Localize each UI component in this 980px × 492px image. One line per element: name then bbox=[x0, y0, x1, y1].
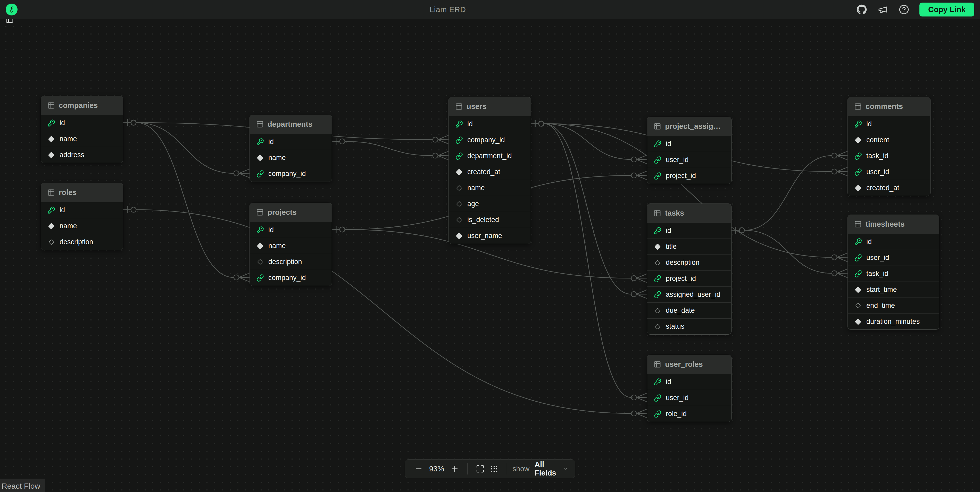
column-row-tasks-assigned_user_id[interactable]: assigned_user_id bbox=[647, 286, 731, 302]
fit-view-icon[interactable] bbox=[473, 465, 487, 473]
table-node-timesheets[interactable]: timesheetsiduser_idtask_idstart_timeend_… bbox=[848, 214, 939, 330]
column-row-users-is_deleted[interactable]: is_deleted bbox=[449, 212, 531, 228]
column-row-comments-created_at[interactable]: created_at bbox=[848, 180, 930, 196]
table-icon bbox=[854, 103, 862, 111]
column-row-companies-address[interactable]: address bbox=[41, 147, 123, 163]
column-row-departments-name[interactable]: name bbox=[250, 150, 332, 166]
column-row-roles-id[interactable]: id bbox=[41, 202, 123, 218]
column-name: id bbox=[60, 206, 65, 214]
diamond-outline-icon bbox=[455, 216, 463, 224]
column-row-users-company_id[interactable]: company_id bbox=[449, 132, 531, 148]
megaphone-icon[interactable] bbox=[877, 4, 888, 15]
zoom-out-button[interactable] bbox=[412, 465, 426, 473]
table-header[interactable]: tasks bbox=[647, 204, 731, 222]
relationship-edge bbox=[531, 120, 647, 402]
column-name: company_id bbox=[467, 136, 505, 144]
column-row-users-age[interactable]: age bbox=[449, 196, 531, 212]
column-name: id bbox=[268, 138, 274, 146]
column-row-tasks-description[interactable]: description bbox=[647, 254, 731, 270]
column-row-users-created_at[interactable]: created_at bbox=[449, 164, 531, 180]
column-row-timesheets-end_time[interactable]: end_time bbox=[848, 297, 939, 314]
table-node-project_assignments[interactable]: project_assignmentsiduser_idproject_id bbox=[647, 117, 732, 184]
column-row-tasks-title[interactable]: title bbox=[647, 238, 731, 254]
relationship-edge bbox=[531, 120, 647, 164]
fields-dropdown[interactable]: All Fields bbox=[535, 460, 568, 477]
column-row-users-name[interactable]: name bbox=[449, 180, 531, 196]
column-name: project_id bbox=[666, 275, 696, 283]
table-node-users[interactable]: usersidcompany_iddepartment_idcreated_at… bbox=[449, 97, 531, 244]
column-name: name bbox=[467, 184, 485, 192]
erd-canvas[interactable]: companiesidnameaddressrolesidnamedescrip… bbox=[0, 19, 980, 492]
column-row-users-user_name[interactable]: user_name bbox=[449, 228, 531, 244]
table-node-projects[interactable]: projectsidnamedescriptioncompany_id bbox=[250, 203, 332, 286]
react-flow-attribution[interactable]: React Flow bbox=[0, 479, 45, 492]
column-name: description bbox=[268, 258, 302, 266]
table-node-user_roles[interactable]: user_rolesiduser_idrole_id bbox=[647, 355, 732, 422]
table-header[interactable]: companies bbox=[41, 96, 123, 115]
column-row-timesheets-duration_minutes[interactable]: duration_minutes bbox=[848, 314, 939, 330]
column-row-timesheets-user_id[interactable]: user_id bbox=[848, 249, 939, 265]
liam-logo[interactable]: ℓ bbox=[6, 3, 18, 16]
tidy-up-icon[interactable] bbox=[487, 465, 501, 473]
column-row-departments-company_id[interactable]: company_id bbox=[250, 166, 332, 182]
table-header[interactable]: user_roles bbox=[647, 355, 731, 374]
diamond-outline-icon bbox=[654, 259, 662, 267]
table-node-roles[interactable]: rolesidnamedescription bbox=[41, 183, 123, 250]
table-header[interactable]: users bbox=[449, 97, 531, 116]
table-node-companies[interactable]: companiesidnameaddress bbox=[41, 96, 123, 163]
column-row-projects-id[interactable]: id bbox=[250, 222, 332, 238]
relationship-edge bbox=[123, 119, 250, 282]
column-row-projects-name[interactable]: name bbox=[250, 238, 332, 254]
table-node-tasks[interactable]: tasksidtitledescriptionproject_idassigne… bbox=[647, 203, 732, 335]
column-row-comments-id[interactable]: id bbox=[848, 116, 930, 132]
column-row-timesheets-start_time[interactable]: start_time bbox=[848, 281, 939, 297]
table-node-comments[interactable]: commentsidcontenttask_iduser_idcreated_a… bbox=[848, 97, 931, 196]
column-row-user_roles-role_id[interactable]: role_id bbox=[647, 406, 731, 422]
column-row-companies-id[interactable]: id bbox=[41, 115, 123, 131]
column-row-projects-description[interactable]: description bbox=[250, 254, 332, 270]
column-row-roles-name[interactable]: name bbox=[41, 218, 123, 234]
table-header[interactable]: projects bbox=[250, 203, 332, 222]
column-row-project_assignments-user_id[interactable]: user_id bbox=[647, 152, 731, 168]
column-row-user_roles-id[interactable]: id bbox=[647, 374, 731, 390]
column-name: description bbox=[666, 259, 700, 267]
column-row-timesheets-task_id[interactable]: task_id bbox=[848, 265, 939, 281]
column-row-projects-company_id[interactable]: company_id bbox=[250, 270, 332, 286]
column-row-comments-task_id[interactable]: task_id bbox=[848, 148, 930, 164]
copy-link-button[interactable]: Copy Link bbox=[920, 3, 974, 16]
table-name: companies bbox=[59, 101, 98, 110]
column-row-companies-name[interactable]: name bbox=[41, 131, 123, 147]
column-name: company_id bbox=[268, 170, 306, 178]
column-row-comments-user_id[interactable]: user_id bbox=[848, 164, 930, 180]
diamond-filled-icon bbox=[256, 154, 264, 162]
github-icon[interactable] bbox=[856, 4, 867, 15]
column-row-users-id[interactable]: id bbox=[449, 116, 531, 132]
table-header[interactable]: departments bbox=[250, 115, 332, 134]
column-row-timesheets-id[interactable]: id bbox=[848, 233, 939, 249]
table-header[interactable]: comments bbox=[848, 97, 930, 116]
column-row-tasks-project_id[interactable]: project_id bbox=[647, 270, 731, 286]
column-row-project_assignments-id[interactable]: id bbox=[647, 136, 731, 152]
help-icon[interactable] bbox=[898, 4, 910, 15]
zoom-in-button[interactable] bbox=[448, 465, 461, 473]
table-header[interactable]: roles bbox=[41, 183, 123, 202]
table-header[interactable]: project_assignments bbox=[647, 117, 731, 136]
table-header[interactable]: timesheets bbox=[848, 215, 939, 233]
diamond-filled-icon bbox=[256, 242, 264, 250]
column-name: id bbox=[268, 226, 274, 234]
column-row-user_roles-user_id[interactable]: user_id bbox=[647, 390, 731, 406]
column-row-roles-description[interactable]: description bbox=[41, 234, 123, 250]
column-name: task_id bbox=[866, 152, 888, 160]
column-row-project_assignments-project_id[interactable]: project_id bbox=[647, 168, 731, 184]
column-row-tasks-status[interactable]: status bbox=[647, 318, 731, 334]
diamond-outline-icon bbox=[455, 200, 463, 208]
column-row-tasks-due_date[interactable]: due_date bbox=[647, 302, 731, 318]
column-name: status bbox=[666, 322, 684, 330]
table-node-departments[interactable]: departmentsidnamecompany_id bbox=[250, 114, 332, 182]
column-row-comments-content[interactable]: content bbox=[848, 132, 930, 148]
column-row-users-department_id[interactable]: department_id bbox=[449, 148, 531, 164]
column-name: id bbox=[866, 238, 872, 246]
column-row-departments-id[interactable]: id bbox=[250, 134, 332, 150]
column-row-tasks-id[interactable]: id bbox=[647, 222, 731, 238]
column-name: age bbox=[467, 200, 479, 208]
